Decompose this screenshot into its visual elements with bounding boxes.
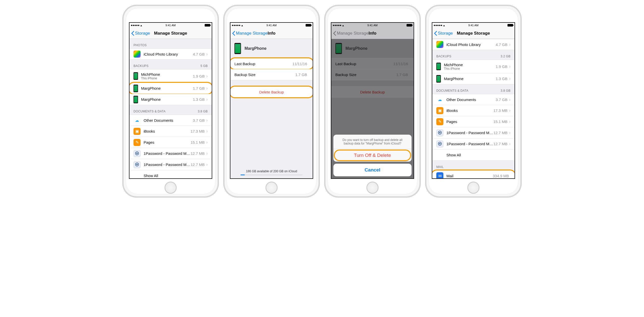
iphone-icon bbox=[436, 63, 441, 70]
row-1password-1[interactable]: ⦿ 1Password - Password Manager an... 12.… bbox=[432, 127, 515, 138]
content[interactable]: iCloud Photo Library 4.7 GB › BACKUPS3.2… bbox=[432, 39, 515, 178]
row-backup-margphone[interactable]: MargPhone 1.3 GB › bbox=[432, 73, 515, 84]
chevron-right-icon: › bbox=[206, 129, 208, 134]
mail-icon: ✉ bbox=[436, 172, 443, 178]
back-button[interactable]: Storage bbox=[434, 28, 453, 39]
row-backup-michphone[interactable]: MichPhoneThis iPhone 1.9 GB › bbox=[432, 60, 515, 73]
iphone-icon bbox=[133, 85, 138, 92]
chevron-right-icon: › bbox=[509, 130, 511, 135]
show-all-button[interactable]: Show All bbox=[432, 150, 515, 161]
chevron-right-icon: › bbox=[206, 162, 208, 167]
row-backup-margphone-1[interactable]: MargPhone 1.7 GB › bbox=[129, 83, 212, 94]
battery-icon bbox=[306, 24, 311, 27]
wifi-icon bbox=[342, 24, 344, 27]
sheet-message: Do you want to turn off backup and delet… bbox=[333, 135, 412, 149]
nav-bar: Manage Storage Info bbox=[230, 28, 313, 39]
row-last-backup: Last Backup 11/11/16 bbox=[230, 58, 313, 69]
row-ibooks[interactable]: ▣ iBooks 17.3 MB › bbox=[432, 105, 515, 116]
row-other-documents[interactable]: ☁ Other Documents 3.7 GB › bbox=[432, 94, 515, 105]
row-1password-1[interactable]: ⦿ 1Password - Password Manager an... 12.… bbox=[129, 148, 212, 159]
device-header: MargPhone bbox=[230, 39, 313, 58]
device-name: MargPhone bbox=[245, 46, 266, 51]
row-other-documents[interactable]: ☁ Other Documents 3.7 GB › bbox=[129, 115, 212, 126]
phone-4-manage-storage-after: 9:41 AM Storage Manage Storage iCloud Ph… bbox=[425, 5, 521, 197]
chevron-right-icon: › bbox=[509, 141, 511, 147]
section-mail: MAIL bbox=[432, 161, 515, 170]
home-button[interactable] bbox=[265, 182, 278, 194]
phone-1-manage-storage: 9:41 AM Storage Manage Storage PHOTOS iC… bbox=[123, 5, 219, 197]
content[interactable]: PHOTOS iCloud Photo Library 4.7 GB › BAC… bbox=[129, 39, 212, 178]
status-time: 9:41 AM bbox=[468, 24, 478, 27]
cloud-icon: ☁ bbox=[133, 117, 141, 124]
row-pages[interactable]: ✎ Pages 15.1 MB › bbox=[129, 137, 212, 148]
pages-icon: ✎ bbox=[436, 118, 443, 125]
battery-icon bbox=[205, 24, 210, 27]
row-pages[interactable]: ✎ Pages 15.1 MB › bbox=[432, 116, 515, 127]
storage-footer: 186 GB available of 200 GB on iCloud bbox=[230, 167, 313, 173]
row-1password-2[interactable]: ⦿ 1Password - Password Manager an... 12.… bbox=[432, 138, 515, 150]
row-1password-2[interactable]: ⦿ 1Password - Password Manager an... 12.… bbox=[129, 159, 212, 170]
1password-icon: ⦿ bbox=[436, 129, 443, 136]
chevron-right-icon: › bbox=[509, 119, 511, 124]
screen-3: 9:41 AM Manage Storage Info MargPhone La… bbox=[331, 22, 414, 179]
nav-bar: Storage Manage Storage bbox=[129, 28, 212, 39]
section-documents: DOCUMENTS & DATA3.8 GB bbox=[432, 84, 515, 94]
chevron-right-icon: › bbox=[206, 97, 208, 102]
row-mail[interactable]: ✉ Mail 334.9 MB bbox=[432, 170, 515, 178]
screen-2: 9:41 AM Manage Storage Info MargPhone La… bbox=[230, 22, 313, 179]
content: MargPhone Last Backup 11/11/16 Backup Si… bbox=[331, 39, 414, 178]
home-button[interactable] bbox=[165, 182, 177, 194]
action-sheet: Do you want to turn off backup and delet… bbox=[333, 135, 412, 176]
back-button[interactable]: Manage Storage bbox=[232, 28, 268, 39]
back-label: Manage Storage bbox=[337, 31, 369, 36]
nav-title: Manage Storage bbox=[457, 31, 490, 36]
content[interactable]: MargPhone Last Backup 11/11/16 Backup Si… bbox=[230, 39, 313, 178]
photos-icon bbox=[436, 41, 443, 48]
back-label: Storage bbox=[135, 31, 150, 36]
ibooks-icon: ▣ bbox=[133, 128, 141, 135]
status-bar: 9:41 AM bbox=[331, 23, 414, 28]
row-backup-michphone[interactable]: MichPhoneThis iPhone 1.9 GB › bbox=[129, 69, 212, 83]
delete-backup-button[interactable]: Delete Backup bbox=[230, 86, 313, 97]
row-icloud-photo-library[interactable]: iCloud Photo Library 4.7 GB › bbox=[129, 48, 212, 60]
home-button[interactable] bbox=[366, 182, 379, 194]
chevron-right-icon: › bbox=[206, 151, 208, 156]
ibooks-icon: ▣ bbox=[436, 107, 443, 114]
1password-icon: ⦿ bbox=[133, 161, 141, 168]
section-backups: BACKUPS5 GB bbox=[129, 60, 212, 69]
chevron-right-icon: › bbox=[509, 108, 511, 113]
screen-1: 9:41 AM Storage Manage Storage PHOTOS iC… bbox=[129, 22, 212, 179]
wifi-icon bbox=[241, 24, 243, 27]
nav-bar: Storage Manage Storage bbox=[432, 28, 515, 39]
nav-bar: Manage Storage Info bbox=[331, 28, 414, 39]
battery-icon bbox=[407, 24, 412, 27]
iphone-icon bbox=[436, 75, 441, 83]
row-backup-margphone-2[interactable]: MargPhone 1.3 GB › bbox=[129, 94, 212, 105]
iphone-icon bbox=[133, 96, 138, 103]
wifi-icon bbox=[443, 24, 445, 27]
chevron-right-icon: › bbox=[509, 64, 511, 69]
photos-icon bbox=[133, 51, 141, 58]
chevron-right-icon: › bbox=[509, 76, 511, 81]
cancel-button[interactable]: Cancel bbox=[333, 164, 412, 176]
row-ibooks[interactable]: ▣ iBooks 17.3 MB › bbox=[129, 126, 212, 137]
turn-off-delete-button[interactable]: Turn Off & Delete bbox=[333, 149, 412, 162]
status-time: 9:41 AM bbox=[367, 24, 378, 27]
show-all-button[interactable]: Show All bbox=[129, 170, 212, 178]
nav-title: Manage Storage bbox=[154, 31, 187, 36]
row-icloud-photo-library[interactable]: iCloud Photo Library 4.7 GB › bbox=[432, 39, 515, 50]
row-backup-size: Backup Size 1.7 GB bbox=[230, 69, 313, 80]
wifi-icon bbox=[140, 24, 142, 27]
chevron-right-icon: › bbox=[509, 42, 511, 47]
back-button[interactable]: Storage bbox=[131, 28, 150, 39]
chevron-right-icon: › bbox=[206, 140, 208, 145]
screen-4: 9:41 AM Storage Manage Storage iCloud Ph… bbox=[432, 22, 515, 179]
chevron-right-icon: › bbox=[509, 97, 511, 102]
1password-icon: ⦿ bbox=[436, 140, 443, 148]
status-bar: 9:41 AM bbox=[129, 23, 212, 28]
iphone-icon bbox=[234, 43, 241, 54]
chevron-right-icon: › bbox=[206, 52, 208, 57]
home-button[interactable] bbox=[467, 182, 479, 194]
nav-title: Info bbox=[368, 31, 376, 36]
back-label: Storage bbox=[438, 31, 453, 36]
